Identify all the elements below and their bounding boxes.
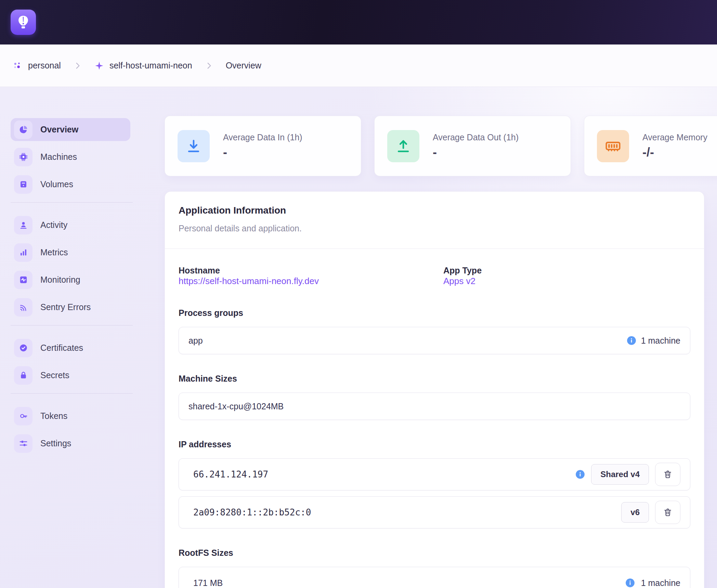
sidebar-item-label: Tokens (40, 411, 67, 421)
app-type-label: App Type (443, 265, 690, 276)
breadcrumb: personal self-host-umami-neon Overview (0, 44, 717, 87)
hostname-link[interactable]: https://self-host-umami-neon.fly.dev (179, 276, 319, 286)
application-information-body: Hostname https://self-host-umami-neon.fl… (165, 265, 704, 588)
sidebar-item-overview[interactable]: Overview (11, 118, 130, 141)
lock-icon (14, 366, 32, 385)
stat-card-memory: Average Memory -/- (584, 116, 717, 176)
breadcrumb-app[interactable]: self-host-umami-neon (94, 61, 192, 71)
breadcrumb-app-label: self-host-umami-neon (109, 61, 192, 71)
stat-value: -/- (642, 145, 707, 159)
delete-ip-button[interactable] (655, 501, 680, 524)
hostname-label: Hostname (179, 265, 443, 276)
sidebar-item-settings[interactable]: Settings (11, 432, 130, 455)
machine-size-row: shared-1x-cpu@1024MB (179, 393, 690, 420)
sidebar-item-metrics[interactable]: Metrics (11, 241, 130, 264)
ip-row-actions: v6 (621, 501, 680, 524)
sidebar-item-label: Overview (40, 125, 78, 135)
hostname-apptype-row: Hostname https://self-host-umami-neon.fl… (179, 265, 690, 286)
sidebar-item-tokens[interactable]: Tokens (11, 405, 130, 427)
sidebar: Overview Machines (0, 87, 165, 588)
stat-label: Average Memory (642, 132, 707, 142)
info-icon[interactable] (575, 470, 585, 479)
app-type-field: App Type Apps v2 (443, 265, 690, 286)
sparkle-icon (94, 61, 104, 71)
stat-label: Average Data In (1h) (223, 132, 302, 142)
sidebar-item-label: Volumes (40, 179, 73, 189)
bar-chart-icon (14, 243, 32, 262)
ip-type-badge: v6 (621, 502, 649, 523)
sidebar-item-activity[interactable]: Activity (11, 214, 130, 237)
machine-count-label: 1 machine (641, 578, 680, 588)
stat-label: Average Data Out (1h) (433, 132, 519, 142)
trash-icon (663, 507, 673, 517)
ip-row-actions: Shared v4 (575, 463, 680, 486)
sentry-icon (14, 298, 32, 317)
ip-type-badge: Shared v4 (591, 464, 649, 485)
info-icon[interactable] (627, 336, 636, 345)
sidebar-item-sentry-errors[interactable]: Sentry Errors (11, 296, 130, 319)
machine-size-value: shared-1x-cpu@1024MB (188, 401, 284, 411)
delete-ip-button[interactable] (655, 463, 680, 486)
stat-card-text: Average Memory -/- (642, 132, 707, 159)
process-groups-section: Process groups app 1 machine (179, 308, 690, 354)
balloon-icon (14, 13, 32, 31)
sidebar-item-label: Activity (40, 220, 67, 230)
hostname-field: Hostname https://self-host-umami-neon.fl… (179, 265, 443, 286)
breadcrumb-org-label: personal (28, 61, 61, 71)
sidebar-item-label: Monitoring (40, 275, 80, 285)
pie-chart-icon (14, 120, 32, 139)
ip-row-v4: 66.241.124.197 Shared v4 (179, 458, 690, 490)
trash-icon (663, 469, 673, 480)
org-dots-icon (12, 61, 23, 71)
machine-count-label: 1 machine (641, 336, 680, 346)
ip-address: 66.241.124.197 (193, 469, 268, 480)
cpu-icon (14, 148, 32, 166)
stat-value: - (433, 145, 519, 159)
stat-card-data-in: Average Data In (1h) - (165, 116, 361, 176)
chevron-right-icon (73, 61, 82, 70)
app-window: personal self-host-umami-neon Overview (0, 0, 717, 588)
ip-row-v6: 2a09:8280:1::2b:b52c:0 v6 (179, 496, 690, 528)
stat-value: - (223, 145, 302, 159)
machine-sizes-label: Machine Sizes (179, 373, 690, 384)
main-content: Average Data In (1h) - Average Data Out … (165, 87, 717, 588)
memory-stick-icon (597, 130, 629, 162)
process-groups-label: Process groups (179, 308, 690, 318)
application-information-header: Application Information Personal details… (165, 192, 704, 249)
process-group-name: app (188, 336, 203, 346)
stats-row: Average Data In (1h) - Average Data Out … (165, 116, 717, 176)
process-group-row: app 1 machine (179, 327, 690, 354)
fly-logo[interactable] (11, 10, 36, 35)
sliders-icon (14, 434, 32, 453)
process-group-machines: 1 machine (627, 336, 680, 346)
main-shell: Overview Machines (0, 87, 717, 588)
breadcrumb-page[interactable]: Overview (226, 61, 261, 71)
chevron-right-icon (205, 61, 213, 70)
rootfs-sizes-section: RootFS Sizes 171 MB 1 machine (179, 548, 690, 588)
topbar (0, 0, 717, 44)
download-arrow-icon (178, 130, 210, 162)
sidebar-item-certificates[interactable]: Certificates (11, 336, 130, 359)
sidebar-divider (11, 325, 133, 325)
rootfs-row: 171 MB 1 machine (179, 567, 690, 588)
machine-sizes-section: Machine Sizes shared-1x-cpu@1024MB (179, 373, 690, 420)
stat-card-text: Average Data In (1h) - (223, 132, 302, 159)
pulse-icon (14, 271, 32, 289)
sidebar-item-label: Settings (40, 438, 71, 448)
breadcrumb-org[interactable]: personal (12, 61, 61, 71)
stat-card-data-out: Average Data Out (1h) - (374, 116, 571, 176)
volume-icon (14, 175, 32, 194)
sidebar-divider (11, 393, 133, 394)
info-icon[interactable] (625, 578, 635, 588)
rootfs-machines: 1 machine (625, 578, 680, 588)
upload-arrow-icon (387, 130, 419, 162)
card-title: Application Information (179, 205, 690, 216)
sidebar-item-label: Sentry Errors (40, 302, 91, 312)
app-type-link[interactable]: Apps v2 (443, 276, 475, 286)
sidebar-item-monitoring[interactable]: Monitoring (11, 268, 130, 291)
sidebar-item-volumes[interactable]: Volumes (11, 173, 130, 196)
application-information-card: Application Information Personal details… (165, 191, 704, 588)
sidebar-item-secrets[interactable]: Secrets (11, 364, 130, 387)
sidebar-item-machines[interactable]: Machines (11, 145, 130, 168)
user-activity-icon (14, 216, 32, 234)
